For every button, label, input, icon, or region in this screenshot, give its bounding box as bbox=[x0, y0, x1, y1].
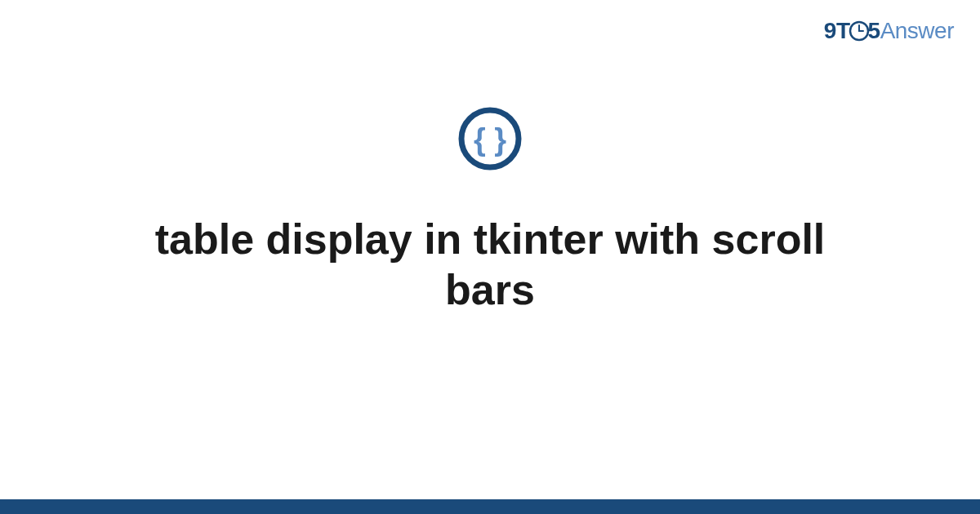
site-logo[interactable]: 9T 5Answer bbox=[824, 18, 954, 44]
logo-text-9t: 9T bbox=[824, 18, 850, 43]
logo-text-5: 5 bbox=[868, 18, 880, 43]
logo-text-answer: Answer bbox=[880, 18, 954, 43]
page-title: table display in tkinter with scroll bar… bbox=[82, 214, 898, 316]
logo-clock-icon bbox=[849, 20, 870, 42]
main-content: { } table display in tkinter with scroll… bbox=[0, 106, 980, 316]
svg-text:{ }: { } bbox=[474, 122, 506, 157]
code-braces-icon: { } bbox=[457, 106, 523, 175]
footer-bar bbox=[0, 499, 980, 514]
